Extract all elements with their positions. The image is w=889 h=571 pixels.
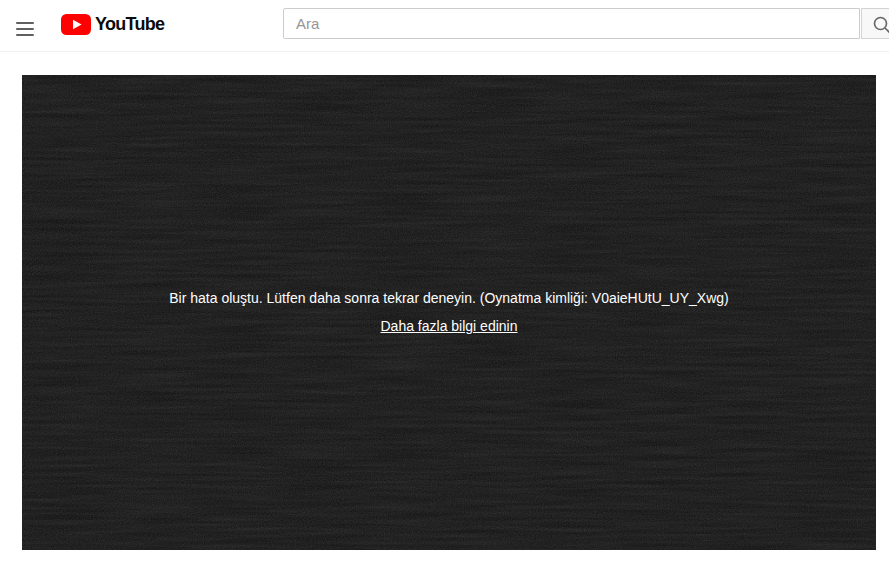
player-error-message: Bir hata oluştu. Lütfen daha sonra tekra… (22, 290, 876, 306)
search-button[interactable] (861, 8, 889, 39)
learn-more-link[interactable]: Daha fazla bilgi edinin (381, 318, 518, 334)
youtube-logo[interactable]: YouTube (61, 14, 164, 35)
youtube-logo-text: YouTube (95, 14, 164, 35)
search-icon (870, 13, 889, 37)
hamburger-menu-icon (16, 22, 34, 36)
player-error-panel: Bir hata oluştu. Lütfen daha sonra tekra… (22, 290, 876, 335)
youtube-play-icon (61, 14, 91, 35)
video-player[interactable]: Bir hata oluştu. Lütfen daha sonra tekra… (22, 75, 876, 550)
menu-button[interactable] (14, 14, 38, 38)
masthead: YouTube (0, 0, 889, 52)
search-input[interactable] (283, 8, 860, 39)
